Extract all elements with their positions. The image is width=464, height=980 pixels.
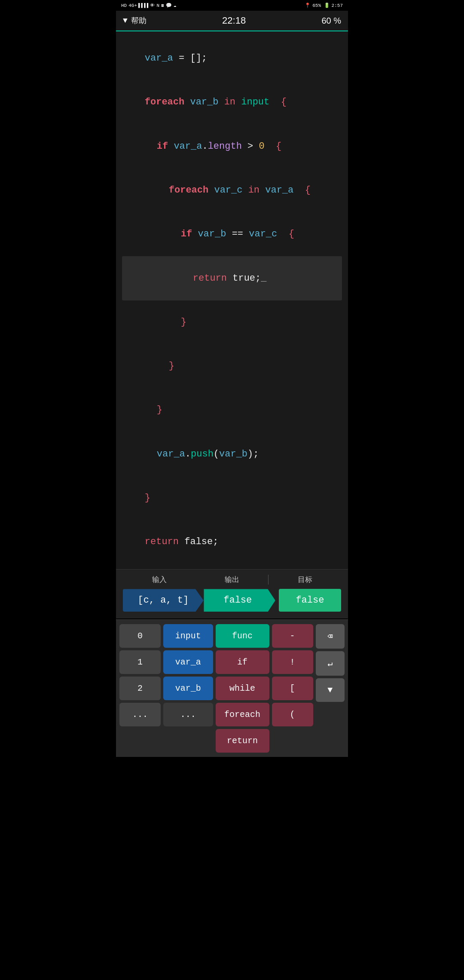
kb-backspace-button[interactable]: ⌫: [316, 624, 345, 649]
kb-btn-2[interactable]: 2: [119, 677, 161, 700]
io-input-value: [c, a, t]: [123, 589, 204, 612]
code-line-5: if var_b == var_c {: [122, 212, 342, 256]
code-line-11: }: [122, 476, 342, 520]
io-output-label: 输出: [195, 575, 268, 585]
io-values: [c, a, t] false false: [123, 589, 341, 612]
kb-btn-if[interactable]: if: [216, 650, 269, 674]
status-nfc-icon: N: [156, 3, 159, 8]
app-header-left[interactable]: ▼ 帮助: [123, 15, 147, 26]
kb-btn-foreach[interactable]: foreach: [216, 703, 269, 726]
status-hd: HD: [121, 3, 127, 8]
status-wechat-icon: 💬: [166, 3, 172, 8]
status-bt-icon: ☎: [161, 3, 164, 8]
kb-btn-var-b[interactable]: var_b: [163, 677, 213, 700]
kb-btn-dots1[interactable]: ...: [119, 703, 161, 726]
code-line-7: }: [122, 300, 342, 344]
dropdown-icon[interactable]: ▼: [123, 16, 128, 25]
io-target-label: 目标: [269, 575, 341, 585]
io-panel: 输入 输出 目标 [c, a, t] false false: [116, 569, 348, 619]
io-target-value: false: [279, 589, 341, 612]
status-bar: HD 4G+▐▐▐▐ 👁 N ☎ 💬 ☁ 📍 65% 🔋 2:57: [116, 0, 348, 11]
kb-btn-var-a[interactable]: var_a: [163, 650, 213, 674]
kb-col-keywords: func if while foreach return: [216, 624, 269, 753]
kb-btn-while[interactable]: while: [216, 677, 269, 700]
code-line-6: return true;_: [122, 256, 342, 300]
kb-down-button[interactable]: ▼: [316, 678, 345, 702]
status-battery: 65% 🔋: [312, 3, 330, 8]
kb-btn-exclaim[interactable]: !: [272, 650, 313, 674]
status-signal: 4G+▐▐▐▐: [128, 3, 148, 8]
status-eye-icon: 👁: [150, 3, 155, 8]
kb-btn-return[interactable]: return: [216, 729, 269, 753]
code-line-2: foreach var_b in input {: [122, 80, 342, 124]
code-line-3: if var_a.length > 0 {: [122, 125, 342, 168]
code-line-10: var_a.push(var_b);: [122, 432, 342, 476]
kb-btn-dots2[interactable]: ...: [163, 703, 213, 726]
kb-btn-func[interactable]: func: [216, 624, 269, 648]
status-location-icon: 📍: [305, 3, 311, 8]
kb-btn-bracket-open[interactable]: [: [272, 677, 313, 700]
code-editor[interactable]: var_a = []; foreach var_b in input { if …: [116, 31, 348, 569]
kb-btn-input[interactable]: input: [163, 624, 213, 648]
status-right: 📍 65% 🔋 2:57: [305, 3, 343, 8]
code-line-8: }: [122, 344, 342, 388]
kb-col-actions: ⌫ ↵ ▼: [316, 624, 345, 753]
kb-enter-button[interactable]: ↵: [316, 651, 345, 676]
kb-btn-1[interactable]: 1: [119, 650, 161, 674]
io-header: 输入 输出 目标: [123, 575, 341, 585]
code-line-9: }: [122, 388, 342, 432]
code-line-1: var_a = [];: [122, 37, 342, 80]
status-time: 2:57: [332, 3, 343, 8]
status-cloud-icon: ☁: [174, 3, 177, 8]
kb-col-numbers: 0 1 2 ...: [119, 624, 161, 753]
kb-btn-0[interactable]: 0: [119, 624, 161, 648]
io-output-value: false: [200, 589, 275, 612]
code-line-12: return false;: [122, 520, 342, 564]
kb-col-symbols: - ! [ (: [272, 624, 313, 753]
kb-btn-paren-open[interactable]: (: [272, 703, 313, 726]
app-title: 帮助: [131, 15, 147, 26]
kb-col-vars: input var_a var_b ...: [163, 624, 213, 753]
app-header-progress: 60 %: [321, 16, 341, 26]
code-line-4: foreach var_c in var_a {: [122, 168, 342, 212]
app-header: ▼ 帮助 22:18 60 %: [116, 11, 348, 31]
keyboard-grid: 0 1 2 ... input var_a var_b ... func if …: [119, 624, 345, 753]
app-header-time: 22:18: [222, 15, 246, 26]
keyboard-area: 0 1 2 ... input var_a var_b ... func if …: [116, 619, 348, 757]
kb-btn-minus[interactable]: -: [272, 624, 313, 648]
io-input-label: 输入: [123, 575, 195, 585]
status-left: HD 4G+▐▐▐▐ 👁 N ☎ 💬 ☁: [121, 3, 176, 8]
